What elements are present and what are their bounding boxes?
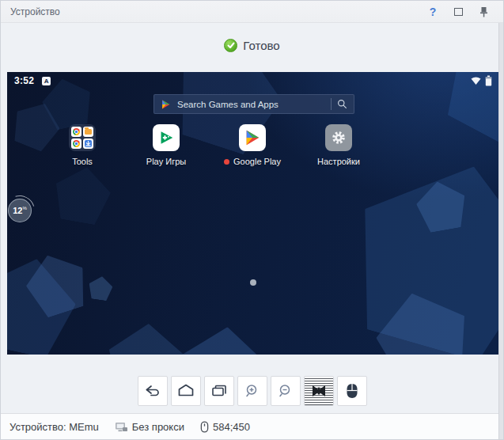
mouse-coords-icon [200, 421, 209, 433]
window-edge-strip [498, 23, 503, 439]
window-title: Устройство [10, 6, 60, 17]
mouse-icon [343, 381, 362, 400]
help-icon: ? [430, 6, 437, 18]
chrome-mini-icon [71, 127, 81, 137]
notification-dot [224, 159, 229, 165]
play-games-icon [153, 124, 180, 151]
performance-badge[interactable]: 12 % [8, 199, 32, 222]
ready-label: Готово [243, 39, 279, 52]
shake-button[interactable] [304, 376, 334, 406]
app-settings[interactable]: Настройки [305, 124, 372, 166]
downloads-mini-icon [83, 138, 93, 149]
performance-unit: % [22, 206, 26, 211]
help-button[interactable]: ? [423, 3, 443, 21]
file-manager-mini-icon [83, 127, 93, 137]
chrome-mini-icon [71, 138, 81, 149]
cursor-coordinates: 584;450 [200, 421, 250, 433]
coords-value: 584;450 [213, 421, 250, 433]
app-label: Google Play [233, 157, 281, 166]
zoom-in-button[interactable] [237, 376, 267, 406]
search-divider [331, 98, 332, 110]
proxy-status: Без прокси [115, 421, 184, 433]
android-status-bar: 3:52 A [7, 72, 499, 89]
proxy-computer-icon [115, 421, 128, 433]
google-play-store-icon [239, 124, 266, 151]
device-screen[interactable]: 3:52 A Search Games and Apps [7, 72, 499, 355]
back-button[interactable] [138, 376, 168, 406]
adb-notification-icon: A [42, 77, 51, 85]
wallpaper-pentagon [50, 162, 114, 226]
home-button[interactable] [171, 376, 201, 406]
app-label: Play Игры [146, 157, 186, 166]
pin-button[interactable] [473, 3, 494, 21]
search-placeholder: Search Games and Apps [177, 100, 325, 109]
ready-status: Готово [1, 23, 503, 67]
zoom-out-button[interactable] [271, 376, 301, 406]
zoom-in-icon [243, 381, 262, 400]
search-icon[interactable] [337, 99, 347, 109]
status-clock: 3:52 [14, 75, 34, 86]
back-icon [143, 381, 162, 400]
titlebar: Устройство ? [1, 1, 503, 23]
emulator-window: Устройство ? Готово [0, 0, 504, 440]
mouse-mode-button[interactable] [337, 376, 367, 406]
wifi-icon [471, 77, 481, 85]
emulator-toolbar [1, 376, 503, 406]
app-folder-tools[interactable]: Tools [49, 124, 116, 166]
maximize-button[interactable] [448, 3, 468, 21]
settings-gear-icon [325, 124, 352, 151]
recent-apps-button[interactable] [204, 376, 234, 406]
home-icon [176, 381, 195, 400]
wallpaper-pentagon [87, 275, 114, 302]
proxy-label: Без прокси [132, 421, 184, 433]
battery-icon [485, 75, 492, 86]
bottom-status-bar: Устройство: MEmu Без прокси 584;450 [1, 413, 503, 440]
app-label: Tools [72, 157, 93, 166]
search-bar[interactable]: Search Games and Apps [153, 94, 354, 114]
butterfly-icon [309, 381, 328, 400]
check-icon [224, 39, 237, 52]
app-label: Настройки [317, 157, 360, 166]
recent-apps-icon [210, 381, 229, 400]
performance-value: 12 [13, 206, 22, 215]
tools-folder-icon [69, 124, 96, 151]
pin-icon [479, 6, 489, 17]
zoom-out-icon [276, 381, 295, 400]
app-play-games[interactable]: Play Игры [133, 124, 199, 166]
wallpaper-pentagon [172, 322, 272, 355]
app-google-play[interactable]: Google Play [219, 124, 286, 166]
wallpaper-pentagon [106, 321, 186, 355]
page-indicator-dot [250, 279, 256, 286]
google-play-icon [161, 99, 171, 110]
device-name-label: Устройство: MEmu [9, 421, 99, 433]
maximize-icon [454, 8, 463, 16]
